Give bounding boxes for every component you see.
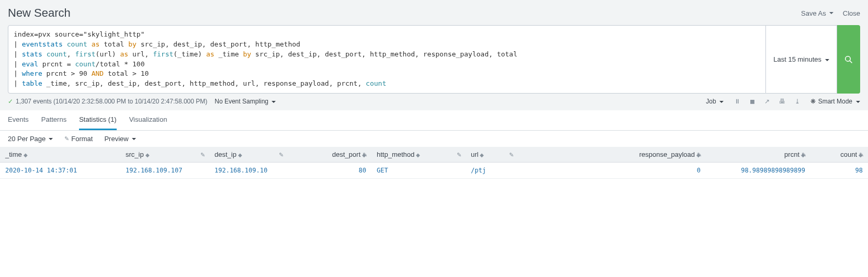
cell-url: /ptj — [466, 163, 518, 179]
events-count-text: 1,307 events (10/14/20 2:32:58.000 PM to… — [16, 98, 207, 105]
close-button[interactable]: Close — [843, 9, 860, 17]
share-icon[interactable]: ↗ — [764, 98, 770, 105]
pencil-icon[interactable]: ✎ — [457, 151, 461, 158]
preview-dropdown[interactable]: Preview — [104, 135, 136, 143]
print-icon[interactable]: 🖶 — [779, 98, 785, 105]
tab-events[interactable]: Events — [8, 110, 29, 130]
col-dest-port[interactable]: dest_port◆✎ — [288, 147, 371, 163]
cell-time: 2020-10-14 14:37:01 — [0, 163, 120, 179]
cell-prcnt: 98.98989898989899 — [706, 163, 810, 179]
cell-count: 98 — [810, 163, 868, 179]
pencil-icon[interactable]: ✎ — [363, 151, 367, 158]
export-icon[interactable]: ⤓ — [795, 98, 800, 105]
job-dropdown[interactable]: Job — [706, 98, 723, 105]
time-range-picker[interactable]: Last 15 minutes — [766, 25, 837, 94]
col-prcnt[interactable]: prcnt◆✎ — [706, 147, 810, 163]
col-response-payload[interactable]: response_payload◆✎ — [518, 147, 706, 163]
pencil-icon[interactable]: ✎ — [509, 151, 514, 158]
search-icon — [844, 55, 853, 64]
cell-src-ip: 192.168.109.107 — [120, 163, 209, 179]
cell-response-payload: 0 — [518, 163, 706, 179]
per-page-dropdown[interactable]: 20 Per Page — [8, 135, 53, 143]
format-button[interactable]: ✎Format — [64, 135, 93, 143]
stop-icon[interactable]: ◼ — [750, 98, 755, 105]
cell-dest-ip: 192.168.109.10 — [209, 163, 288, 179]
pencil-icon[interactable]: ✎ — [859, 151, 864, 158]
search-button[interactable] — [837, 25, 860, 94]
bulb-icon: ❋ — [810, 98, 816, 105]
smart-mode-dropdown[interactable]: ❋ Smart Mode — [810, 98, 860, 105]
col-http-method[interactable]: http_method◆✎ — [371, 147, 466, 163]
pause-icon[interactable]: ⏸ — [734, 98, 740, 105]
check-icon: ✓ — [8, 98, 13, 105]
page-title: New Search — [8, 6, 71, 20]
col-time[interactable]: _time◆ — [0, 147, 120, 163]
tab-statistics[interactable]: Statistics (1) — [79, 110, 117, 130]
event-sampling-dropdown[interactable]: No Event Sampling — [215, 98, 276, 105]
col-url[interactable]: url◆✎ — [466, 147, 518, 163]
cell-dest-port: 80 — [288, 163, 371, 179]
pencil-icon[interactable]: ✎ — [802, 151, 806, 158]
tab-visualization[interactable]: Visualization — [129, 110, 167, 130]
col-dest-ip[interactable]: dest_ip◆✎ — [209, 147, 288, 163]
pencil-icon[interactable]: ✎ — [279, 151, 284, 158]
save-as-button[interactable]: Save As — [801, 9, 833, 17]
col-count[interactable]: count◆✎ — [810, 147, 868, 163]
tab-patterns[interactable]: Patterns — [41, 110, 66, 130]
pencil-icon[interactable]: ✎ — [697, 151, 702, 158]
pencil-icon[interactable]: ✎ — [200, 151, 205, 158]
table-row[interactable]: 2020-10-14 14:37:01 192.168.109.107 192.… — [0, 163, 868, 179]
search-query-input[interactable]: index=pvx source="skylight_http" | event… — [8, 25, 766, 94]
col-src-ip[interactable]: src_ip◆✎ — [120, 147, 209, 163]
pencil-icon: ✎ — [64, 135, 69, 142]
results-table: _time◆ src_ip◆✎ dest_ip◆✎ dest_port◆✎ ht… — [0, 147, 868, 179]
cell-http-method: GET — [371, 163, 466, 179]
